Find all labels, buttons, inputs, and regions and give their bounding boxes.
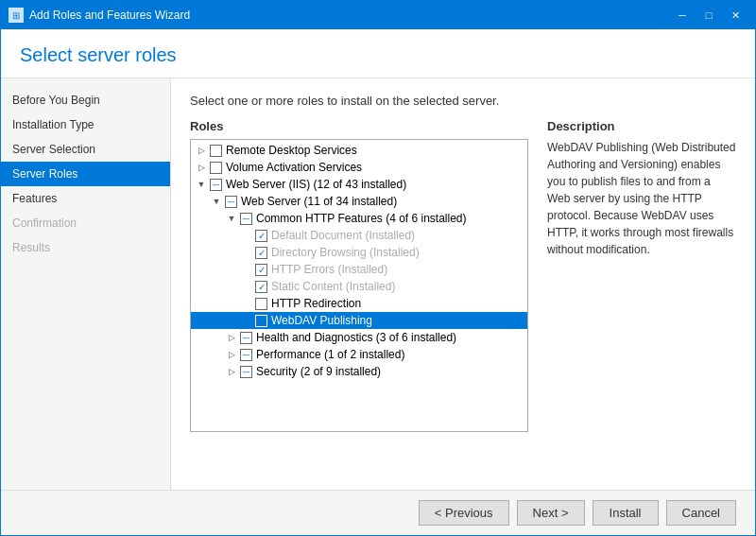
checkbox[interactable]: [255, 230, 267, 242]
roles-label: Roles: [190, 119, 528, 133]
titlebar-left: ⊞ Add Roles and Features Wizard: [9, 8, 190, 23]
role-label: Performance (1 of 2 installed): [256, 348, 404, 361]
role-label: Security (2 of 9 installed): [256, 365, 381, 378]
wizard-body: Before You Begin Installation Type Serve…: [1, 78, 755, 490]
list-item[interactable]: Static Content (Installed): [191, 278, 527, 295]
roles-section: Roles ▷ Remote Desktop Services ▷: [190, 119, 528, 475]
checkbox[interactable]: [225, 196, 237, 208]
list-item[interactable]: WebDAV Publishing: [191, 312, 527, 329]
role-label: Default Document (Installed): [271, 229, 415, 242]
titlebar-title: Add Roles and Features Wizard: [29, 9, 190, 22]
role-label: WebDAV Publishing: [271, 314, 372, 327]
sidebar-item-results: Results: [1, 235, 170, 260]
wizard-nav: Before You Begin Installation Type Serve…: [1, 78, 171, 490]
role-label: HTTP Errors (Installed): [271, 263, 387, 276]
expand-icon: ▼: [195, 178, 208, 191]
list-item[interactable]: ▼ Web Server (11 of 34 installed): [191, 193, 527, 210]
sidebar-item-confirmation: Confirmation: [1, 211, 170, 235]
expand-icon: ▷: [195, 161, 208, 174]
expand-icon: [240, 280, 253, 293]
role-label: HTTP Redirection: [271, 297, 361, 310]
install-button[interactable]: Install: [593, 500, 659, 526]
expand-icon: ▷: [225, 348, 238, 361]
checkbox[interactable]: [210, 179, 222, 191]
page-title: Select server roles: [20, 44, 736, 66]
instruction-text: Select one or more roles to install on t…: [190, 94, 736, 108]
description-text: WebDAV Publishing (Web Distributed Autho…: [547, 139, 736, 258]
roles-list-container[interactable]: ▷ Remote Desktop Services ▷ Volume Activ…: [190, 139, 528, 432]
checkbox[interactable]: [240, 349, 252, 361]
expand-icon: ▷: [225, 365, 238, 378]
checkbox[interactable]: [255, 247, 267, 259]
checkbox[interactable]: [255, 298, 267, 310]
minimize-button[interactable]: ─: [670, 6, 695, 25]
list-item[interactable]: HTTP Redirection: [191, 295, 527, 312]
titlebar-controls: ─ □ ✕: [670, 6, 747, 25]
checkbox[interactable]: [240, 332, 252, 344]
titlebar: ⊞ Add Roles and Features Wizard ─ □ ✕: [1, 1, 755, 29]
sidebar-item-before-begin[interactable]: Before You Begin: [1, 88, 170, 112]
expand-icon: [240, 246, 253, 259]
expand-icon: [240, 229, 253, 242]
expand-icon: [240, 263, 253, 276]
expand-icon: [240, 314, 253, 327]
wizard-header: Select server roles: [1, 29, 755, 78]
cancel-button[interactable]: Cancel: [666, 500, 736, 526]
expand-icon: [240, 297, 253, 310]
expand-icon: ▼: [210, 195, 223, 208]
checkbox[interactable]: [255, 315, 267, 327]
list-item[interactable]: ▼ Web Server (IIS) (12 of 43 installed): [191, 176, 527, 193]
roles-list: ▷ Remote Desktop Services ▷ Volume Activ…: [191, 140, 527, 382]
description-label: Description: [547, 119, 736, 133]
checkbox[interactable]: [210, 162, 222, 174]
expand-icon: ▷: [195, 144, 208, 157]
role-label: Volume Activation Services: [226, 161, 362, 174]
role-label: Static Content (Installed): [271, 280, 395, 293]
role-label: Web Server (11 of 34 installed): [241, 195, 397, 208]
wizard-footer: < Previous Next > Install Cancel: [1, 490, 755, 535]
role-label: Web Server (IIS) (12 of 43 installed): [226, 178, 406, 191]
main-window: ⊞ Add Roles and Features Wizard ─ □ ✕ Se…: [0, 0, 756, 536]
sidebar-item-server-selection[interactable]: Server Selection: [1, 137, 170, 162]
list-item[interactable]: ▷ Volume Activation Services: [191, 159, 527, 176]
checkbox[interactable]: [240, 366, 252, 378]
role-label: Common HTTP Features (4 of 6 installed): [256, 212, 467, 225]
list-item[interactable]: ▷ Health and Diagnostics (3 of 6 install…: [191, 329, 527, 346]
list-item[interactable]: ▼ Common HTTP Features (4 of 6 installed…: [191, 210, 527, 227]
list-item[interactable]: Default Document (Installed): [191, 227, 527, 244]
maximize-button[interactable]: □: [696, 6, 721, 25]
list-item[interactable]: ▷ Remote Desktop Services: [191, 142, 527, 159]
previous-button[interactable]: < Previous: [419, 500, 509, 526]
window-icon: ⊞: [9, 8, 24, 23]
checkbox[interactable]: [240, 213, 252, 225]
expand-icon: ▼: [225, 212, 238, 225]
role-label: Health and Diagnostics (3 of 6 installed…: [256, 331, 456, 344]
expand-icon: ▷: [225, 331, 238, 344]
sidebar-item-installation-type[interactable]: Installation Type: [1, 112, 170, 137]
list-item[interactable]: ▷ Performance (1 of 2 installed): [191, 346, 527, 363]
checkbox[interactable]: [255, 264, 267, 276]
wizard-content: Select one or more roles to install on t…: [171, 78, 755, 490]
list-item[interactable]: ▷ Security (2 of 9 installed): [191, 363, 527, 380]
sidebar-item-features[interactable]: Features: [1, 186, 170, 211]
list-item[interactable]: Directory Browsing (Installed): [191, 244, 527, 261]
list-item[interactable]: HTTP Errors (Installed): [191, 261, 527, 278]
close-button[interactable]: ✕: [723, 6, 747, 25]
role-label: Directory Browsing (Installed): [271, 246, 420, 259]
description-section: Description WebDAV Publishing (Web Distr…: [547, 119, 736, 475]
sidebar-item-server-roles[interactable]: Server Roles: [1, 162, 170, 186]
checkbox[interactable]: [210, 145, 222, 157]
role-label: Remote Desktop Services: [226, 144, 357, 157]
next-button[interactable]: Next >: [517, 500, 585, 526]
checkbox[interactable]: [255, 281, 267, 293]
content-main: Roles ▷ Remote Desktop Services ▷: [190, 119, 736, 475]
